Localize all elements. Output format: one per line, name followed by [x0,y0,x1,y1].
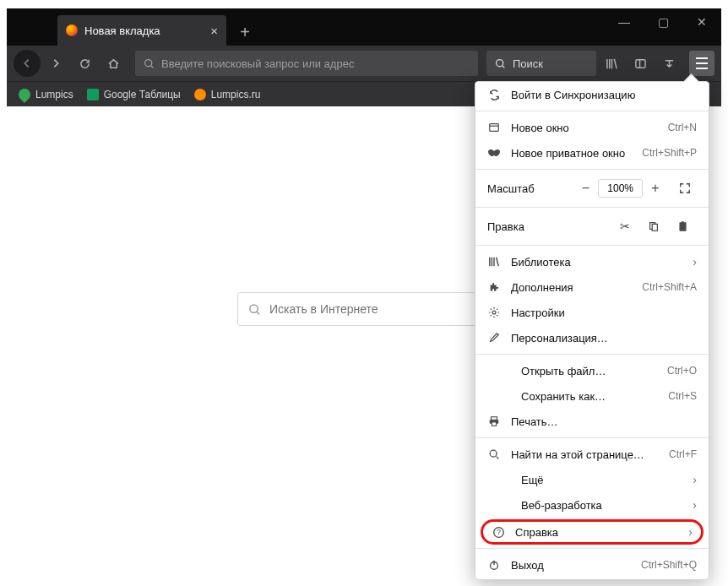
new-tab-button[interactable]: + [231,19,258,46]
gear-icon [487,306,501,319]
svg-rect-2 [635,59,644,67]
menu-new-window[interactable]: Новое окно Ctrl+N [475,115,709,140]
paste-button[interactable] [668,214,697,238]
menu-exit[interactable]: Выход Ctrl+Shift+Q [475,552,709,578]
search-placeholder: Искать в Интернете [269,302,378,316]
sidebar-icon [634,57,647,70]
separator [475,245,709,246]
puzzle-icon [487,280,501,294]
pocket-button[interactable] [655,50,682,77]
menu-customize[interactable]: Персонализация… [475,325,709,350]
separator [475,354,709,355]
svg-point-0 [145,59,152,66]
svg-rect-4 [490,124,499,132]
chevron-right-icon: › [688,525,693,539]
menu-sync[interactable]: Войти в Синхронизацию [475,82,709,107]
separator [475,169,709,170]
separator [475,548,709,549]
forward-icon [50,57,62,69]
svg-point-13 [490,450,497,457]
firefox-icon [66,24,78,36]
svg-rect-12 [492,422,496,426]
paint-icon [487,331,501,345]
tab-strip: Новая вкладка × + [7,8,258,46]
menu-find[interactable]: Найти на этой странице… Ctrl+F [475,442,709,467]
window-icon [487,121,501,134]
site-icon [194,89,206,100]
reload-icon [79,57,91,70]
search-icon [144,58,155,69]
fullscreen-button[interactable] [673,176,697,200]
menu-open-file[interactable]: Открыть файл… Ctrl+O [475,358,709,383]
arrow-icon [663,57,676,70]
drive-icon [16,86,33,103]
menu-more[interactable]: Ещё › [475,467,709,492]
menu-edit: Правка ✂ [475,211,709,241]
minimize-button[interactable]: — [605,8,644,35]
bookmark-google-sheets[interactable]: Google Таблицы [80,85,187,104]
separator [475,437,709,438]
svg-text:?: ? [497,528,501,536]
svg-rect-10 [492,417,497,421]
close-icon[interactable]: × [210,24,218,38]
chevron-right-icon: › [693,498,697,512]
app-menu-panel: Войти в Синхронизацию Новое окно Ctrl+N … [475,81,709,580]
menu-print[interactable]: Печать… [475,409,709,434]
library-button[interactable] [598,50,625,77]
svg-rect-6 [652,224,657,231]
search-placeholder: Поиск [513,57,543,70]
titlebar: Новая вкладка × + — ▢ ✕ [7,8,721,46]
firefox-window: Новая вкладка × + — ▢ ✕ Введите поисковы… [7,8,721,566]
print-icon [487,415,501,428]
search-icon [487,448,501,461]
search-bar[interactable]: Поиск [486,51,596,76]
url-bar[interactable]: Введите поисковый запрос или адрес [135,51,478,76]
window-controls: — ▢ ✕ [605,8,721,46]
svg-rect-8 [681,221,683,223]
mask-icon [487,146,501,160]
chevron-right-icon: › [693,473,697,486]
forward-button[interactable] [42,50,69,77]
search-icon [248,303,261,316]
close-window-button[interactable]: ✕ [682,8,721,35]
menu-zoom: Масштаб − 100% + [475,173,709,203]
help-icon: ? [492,525,505,539]
zoom-in-button[interactable]: + [643,176,668,200]
sidebar-button[interactable] [627,50,654,77]
menu-addons[interactable]: Дополнения Ctrl+Shift+A [475,274,709,300]
back-button[interactable] [14,50,41,77]
tab-newtab[interactable]: Новая вкладка × [57,15,226,46]
menu-settings[interactable]: Настройки [475,300,709,325]
menu-webdev[interactable]: Веб-разработка › [475,492,709,518]
reload-button[interactable] [71,50,98,77]
menu-help[interactable]: ? Справка › [481,519,704,545]
maximize-button[interactable]: ▢ [644,8,682,35]
home-icon [107,57,120,70]
home-button[interactable] [100,50,127,77]
power-icon [487,558,501,572]
menu-library[interactable]: Библиотека › [475,249,709,274]
library-icon [487,255,501,269]
bookmark-lumpics[interactable]: Lumpics [12,85,80,104]
separator [475,111,709,111]
app-menu-button[interactable] [689,51,714,76]
svg-point-3 [250,304,258,312]
menu-save-as[interactable]: Сохранить как… Ctrl+S [475,383,709,409]
library-icon [606,57,618,70]
sync-icon [487,88,501,101]
svg-point-1 [497,59,503,66]
svg-point-9 [492,311,496,314]
cut-button[interactable]: ✂ [611,214,639,238]
copy-button[interactable] [639,214,668,238]
zoom-out-button[interactable]: − [573,176,598,200]
newtab-search-input[interactable]: Искать в Интернете [237,292,491,326]
search-icon [495,58,506,69]
url-placeholder: Введите поисковый запрос или адрес [161,57,354,70]
menu-private-window[interactable]: Новое приватное окно Ctrl+Shift+P [475,140,709,165]
chevron-right-icon: › [693,255,697,269]
bookmark-lumpics-ru[interactable]: Lumpics.ru [187,85,268,104]
tab-title: Новая вкладка [84,24,160,37]
sheets-icon [87,89,99,100]
zoom-value: 100% [598,179,643,198]
back-icon [21,57,33,69]
